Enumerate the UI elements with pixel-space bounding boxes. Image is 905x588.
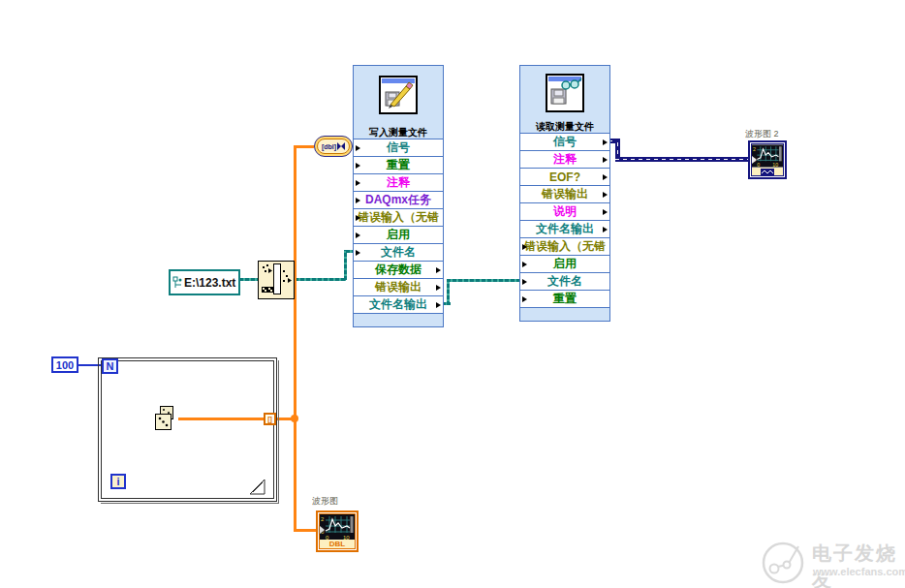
convert-to-dynamic-node[interactable]: [dbl] bbox=[314, 136, 353, 157]
output-arrow-icon bbox=[603, 227, 608, 232]
terminal-label: 重置 bbox=[387, 157, 410, 173]
path-wire-segment[interactable] bbox=[344, 250, 347, 280]
numeric-constant-value: 100 bbox=[56, 359, 74, 371]
tunnel-index-label: [] bbox=[267, 416, 272, 422]
terminal-label: 注释 bbox=[553, 151, 577, 168]
terminal-label: 注释 bbox=[387, 174, 410, 191]
read-vi-row-2[interactable]: EOF? bbox=[519, 169, 610, 186]
input-arrow-icon bbox=[356, 163, 360, 169]
terminal-label: DAQmx任务 bbox=[365, 192, 431, 208]
output-arrow-icon bbox=[603, 209, 608, 215]
write-vi-row-4[interactable]: 错误输入（无错 bbox=[353, 209, 444, 227]
write-vi-row-3[interactable]: DAQmx任务 bbox=[353, 192, 444, 209]
filename-out-wire-segment[interactable] bbox=[447, 279, 450, 305]
output-arrow-icon bbox=[603, 192, 608, 198]
terminal-arrow-icon bbox=[320, 526, 325, 534]
input-arrow-icon bbox=[522, 262, 527, 267]
output-arrow-icon bbox=[436, 267, 441, 273]
read-vi-row-7[interactable]: 启用 bbox=[519, 256, 610, 273]
path-wire-segment[interactable] bbox=[239, 278, 258, 281]
terminal-label: 重置 bbox=[553, 291, 577, 307]
write-vi-row-9[interactable]: 文件名输出 bbox=[353, 296, 444, 314]
terminal-label: 保存数据 bbox=[375, 262, 421, 278]
watermark-url-text: www.elecfans.com bbox=[813, 566, 905, 577]
dynamic-type-glyph-strip bbox=[752, 168, 783, 175]
read-measurement-file-vi[interactable]: 读取测量文件 信号注释EOF?错误输出说明文件名输出错误输入（无错启用文件名重置 bbox=[519, 65, 610, 322]
input-arrow-icon bbox=[522, 296, 527, 302]
output-arrow-icon bbox=[436, 285, 441, 291]
read-vi-row-4[interactable]: 说明 bbox=[519, 203, 610, 221]
loop-count-terminal[interactable]: N bbox=[102, 358, 118, 374]
dbl-type-label: DBL bbox=[320, 540, 355, 548]
read-vi-row-3[interactable]: 错误输出 bbox=[519, 186, 610, 203]
merge-signals-node[interactable] bbox=[258, 261, 295, 299]
terminal-label: 错误输出 bbox=[375, 279, 421, 295]
dbl-wire-segment[interactable] bbox=[294, 145, 296, 532]
read-measurement-file-icon bbox=[546, 74, 584, 112]
output-arrow-icon bbox=[603, 174, 608, 180]
read-vi-row-6[interactable]: 错误输入（无错 bbox=[519, 238, 610, 256]
dbl-wire-segment[interactable] bbox=[294, 529, 317, 532]
filename-out-wire-segment[interactable] bbox=[447, 279, 520, 282]
input-arrow-icon bbox=[356, 145, 360, 151]
loop-iteration-terminal[interactable]: i bbox=[110, 474, 126, 489]
write-vi-row-0[interactable]: 信号 bbox=[353, 139, 444, 157]
write-vi-row-6[interactable]: 文件名 bbox=[353, 244, 444, 262]
terminal-label: 错误输入（无错 bbox=[524, 238, 606, 255]
read-vi-row-0[interactable]: 信号 bbox=[519, 134, 610, 151]
watermark-brand-text: 电子发烧友 bbox=[812, 541, 905, 588]
wire-junction-dot[interactable] bbox=[291, 415, 298, 422]
convert-node-label: [dbl] bbox=[322, 143, 336, 150]
loop-output-tunnel[interactable]: [] bbox=[264, 413, 276, 425]
loop-resize-corner[interactable] bbox=[249, 479, 265, 499]
input-arrow-icon bbox=[356, 250, 360, 256]
file-path-value: E:\123.txt bbox=[184, 276, 235, 290]
terminal-label: 文件名输出 bbox=[536, 221, 594, 237]
input-arrow-icon bbox=[356, 232, 360, 238]
terminal-label: 信号 bbox=[553, 134, 577, 150]
write-vi-row-8[interactable]: 错误输出 bbox=[353, 279, 444, 296]
dynamic-type-icon bbox=[761, 169, 774, 175]
read-vi-row-1[interactable]: 注释 bbox=[519, 151, 610, 169]
terminal-label: 错误输入（无错 bbox=[358, 209, 439, 226]
input-arrow-icon bbox=[522, 244, 527, 250]
input-arrow-icon bbox=[356, 215, 360, 221]
terminal-label: 文件名输出 bbox=[369, 296, 427, 313]
write-vi-row-2[interactable]: 注释 bbox=[353, 174, 444, 192]
read-vi-row-5[interactable]: 文件名输出 bbox=[519, 221, 610, 238]
output-arrow-icon bbox=[603, 157, 608, 163]
waveform-chart2-terminal[interactable]: 2 0 0 10 bbox=[748, 140, 787, 179]
write-vi-row-7[interactable]: 保存数据 bbox=[353, 262, 444, 279]
labview-block-diagram: 100 N i [] E:\123.txt bbox=[0, 0, 905, 588]
elecfans-logo-icon bbox=[760, 539, 808, 587]
terminal-label: EOF? bbox=[549, 170, 580, 184]
input-arrow-icon bbox=[356, 198, 360, 203]
output-arrow-icon bbox=[436, 302, 441, 308]
convert-node-face: [dbl] bbox=[317, 139, 350, 154]
write-measurement-file-vi[interactable]: 写入测量文件 信号重置注释DAQmx任务错误输入（无错启用文件名保存数据错误输出… bbox=[353, 65, 444, 327]
terminal-arrow-icon bbox=[752, 156, 757, 164]
waveform-chart2-label: 波形图 2 bbox=[745, 128, 779, 140]
svg-text:2: 2 bbox=[753, 146, 756, 152]
waveform-chart-terminal[interactable]: 2 0 0 10 DBL bbox=[316, 511, 359, 552]
terminal-label: 启用 bbox=[387, 227, 410, 243]
file-path-constant[interactable]: E:\123.txt bbox=[169, 269, 240, 295]
read-vi-row-8[interactable]: 文件名 bbox=[519, 273, 610, 291]
count-terminal-label: N bbox=[107, 360, 114, 372]
random-number-dice-node[interactable] bbox=[153, 405, 180, 432]
write-vi-row-1[interactable]: 重置 bbox=[353, 157, 444, 174]
path-wire-segment[interactable] bbox=[295, 278, 346, 281]
dynamic-wire-segment[interactable] bbox=[615, 157, 749, 162]
dbl-wire-segment[interactable] bbox=[294, 145, 314, 148]
write-vi-row-5[interactable]: 启用 bbox=[353, 227, 444, 244]
folded-corner-icon bbox=[249, 479, 265, 495]
input-arrow-icon bbox=[522, 279, 527, 285]
write-measurement-file-icon bbox=[379, 76, 418, 114]
input-arrow-icon bbox=[356, 180, 360, 186]
terminal-label: 说明 bbox=[553, 203, 577, 220]
terminal-label: 文件名 bbox=[547, 273, 582, 290]
numeric-constant-100[interactable]: 100 bbox=[51, 356, 78, 373]
read-vi-row-9[interactable]: 重置 bbox=[519, 291, 610, 308]
dynamic-data-bowtie-icon bbox=[337, 142, 345, 150]
path-type-icon bbox=[172, 276, 182, 290]
